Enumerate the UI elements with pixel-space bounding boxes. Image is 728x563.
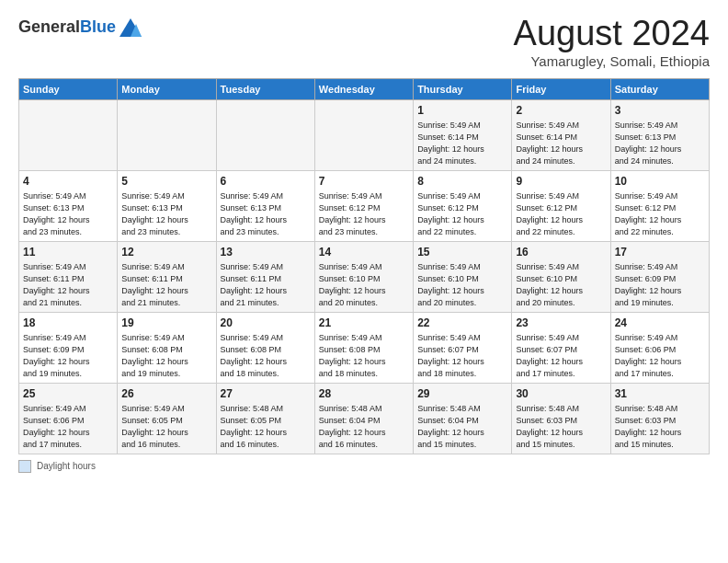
calendar-cell: 21Sunrise: 5:49 AM Sunset: 6:08 PM Dayli…	[314, 312, 413, 383]
weekday-header-tuesday: Tuesday	[216, 78, 314, 99]
day-info: Sunrise: 5:49 AM Sunset: 6:08 PM Dayligh…	[221, 333, 288, 378]
calendar-cell: 26Sunrise: 5:49 AM Sunset: 6:05 PM Dayli…	[118, 383, 216, 454]
weekday-header-wednesday: Wednesday	[314, 78, 413, 99]
day-info: Sunrise: 5:49 AM Sunset: 6:09 PM Dayligh…	[615, 262, 682, 307]
day-number: 20	[221, 316, 311, 331]
calendar-table: SundayMondayTuesdayWednesdayThursdayFrid…	[18, 78, 710, 454]
calendar-cell: 15Sunrise: 5:49 AM Sunset: 6:10 PM Dayli…	[414, 241, 512, 312]
weekday-header-sunday: Sunday	[19, 78, 118, 99]
day-number: 24	[615, 316, 705, 331]
day-info: Sunrise: 5:49 AM Sunset: 6:11 PM Dayligh…	[121, 262, 188, 307]
day-info: Sunrise: 5:49 AM Sunset: 6:13 PM Dayligh…	[615, 121, 682, 166]
day-info: Sunrise: 5:49 AM Sunset: 6:11 PM Dayligh…	[221, 262, 288, 307]
calendar-cell: 29Sunrise: 5:48 AM Sunset: 6:04 PM Dayli…	[414, 383, 512, 454]
day-info: Sunrise: 5:49 AM Sunset: 6:08 PM Dayligh…	[121, 333, 188, 378]
day-number: 30	[516, 386, 606, 402]
title-block: August 2024 Yamarugley, Somali, Ethiopia	[514, 15, 710, 69]
calendar-cell: 17Sunrise: 5:49 AM Sunset: 6:09 PM Dayli…	[610, 241, 709, 312]
month-title: August 2024	[514, 15, 710, 53]
calendar-cell: 31Sunrise: 5:48 AM Sunset: 6:03 PM Dayli…	[610, 383, 709, 454]
calendar-cell: 22Sunrise: 5:49 AM Sunset: 6:07 PM Dayli…	[414, 312, 512, 383]
day-number: 1	[417, 103, 507, 119]
day-number: 15	[417, 245, 507, 260]
calendar-cell: 4Sunrise: 5:49 AM Sunset: 6:13 PM Daylig…	[19, 170, 118, 241]
calendar-week-row: 18Sunrise: 5:49 AM Sunset: 6:09 PM Dayli…	[19, 312, 710, 383]
day-number: 29	[417, 386, 507, 402]
day-number: 21	[319, 316, 409, 331]
day-number: 26	[121, 386, 211, 402]
day-info: Sunrise: 5:49 AM Sunset: 6:09 PM Dayligh…	[23, 333, 90, 378]
day-info: Sunrise: 5:49 AM Sunset: 6:12 PM Dayligh…	[417, 191, 484, 236]
calendar-cell	[118, 99, 216, 170]
day-info: Sunrise: 5:48 AM Sunset: 6:05 PM Dayligh…	[221, 404, 288, 449]
logo-icon	[118, 15, 143, 40]
calendar-cell: 25Sunrise: 5:49 AM Sunset: 6:06 PM Dayli…	[19, 383, 118, 454]
day-number: 11	[23, 245, 113, 260]
day-info: Sunrise: 5:49 AM Sunset: 6:14 PM Dayligh…	[516, 121, 583, 166]
calendar-cell: 10Sunrise: 5:49 AM Sunset: 6:12 PM Dayli…	[610, 170, 709, 241]
location: Yamarugley, Somali, Ethiopia	[514, 53, 710, 69]
day-info: Sunrise: 5:49 AM Sunset: 6:10 PM Dayligh…	[417, 262, 484, 307]
day-info: Sunrise: 5:49 AM Sunset: 6:08 PM Dayligh…	[319, 333, 386, 378]
daylight-label: Daylight hours	[37, 461, 96, 471]
calendar-cell: 5Sunrise: 5:49 AM Sunset: 6:13 PM Daylig…	[118, 170, 216, 241]
day-info: Sunrise: 5:49 AM Sunset: 6:13 PM Dayligh…	[221, 191, 288, 236]
day-number: 16	[516, 245, 606, 260]
day-info: Sunrise: 5:49 AM Sunset: 6:10 PM Dayligh…	[516, 262, 583, 307]
day-number: 10	[615, 174, 705, 190]
logo-blue: Blue	[80, 17, 116, 36]
day-number: 7	[319, 174, 409, 190]
day-info: Sunrise: 5:48 AM Sunset: 6:04 PM Dayligh…	[319, 404, 386, 449]
day-number: 5	[121, 174, 211, 190]
day-number: 17	[615, 245, 705, 260]
day-number: 6	[221, 174, 311, 190]
calendar-cell: 28Sunrise: 5:48 AM Sunset: 6:04 PM Dayli…	[314, 383, 413, 454]
day-info: Sunrise: 5:49 AM Sunset: 6:12 PM Dayligh…	[615, 191, 682, 236]
calendar-cell: 1Sunrise: 5:49 AM Sunset: 6:14 PM Daylig…	[414, 99, 512, 170]
calendar-cell	[314, 99, 413, 170]
weekday-header-thursday: Thursday	[414, 78, 512, 99]
day-number: 12	[121, 245, 211, 260]
calendar-cell: 11Sunrise: 5:49 AM Sunset: 6:11 PM Dayli…	[19, 241, 118, 312]
day-info: Sunrise: 5:48 AM Sunset: 6:04 PM Dayligh…	[417, 404, 484, 449]
day-number: 28	[319, 386, 409, 402]
day-number: 9	[516, 174, 606, 190]
calendar-cell: 30Sunrise: 5:48 AM Sunset: 6:03 PM Dayli…	[512, 383, 610, 454]
day-info: Sunrise: 5:49 AM Sunset: 6:13 PM Dayligh…	[23, 191, 90, 236]
calendar-cell: 12Sunrise: 5:49 AM Sunset: 6:11 PM Dayli…	[118, 241, 216, 312]
calendar-cell: 24Sunrise: 5:49 AM Sunset: 6:06 PM Dayli…	[610, 312, 709, 383]
calendar-cell: 19Sunrise: 5:49 AM Sunset: 6:08 PM Dayli…	[118, 312, 216, 383]
calendar-week-row: 11Sunrise: 5:49 AM Sunset: 6:11 PM Dayli…	[19, 241, 710, 312]
calendar-cell: 23Sunrise: 5:49 AM Sunset: 6:07 PM Dayli…	[512, 312, 610, 383]
day-number: 22	[417, 316, 507, 331]
day-number: 14	[319, 245, 409, 260]
calendar-cell	[19, 99, 118, 170]
day-info: Sunrise: 5:49 AM Sunset: 6:07 PM Dayligh…	[417, 333, 484, 378]
weekday-header-monday: Monday	[118, 78, 216, 99]
calendar-cell: 18Sunrise: 5:49 AM Sunset: 6:09 PM Dayli…	[19, 312, 118, 383]
calendar-cell	[216, 99, 314, 170]
calendar-week-row: 4Sunrise: 5:49 AM Sunset: 6:13 PM Daylig…	[19, 170, 710, 241]
day-number: 27	[221, 386, 311, 402]
day-number: 13	[221, 245, 311, 260]
day-info: Sunrise: 5:48 AM Sunset: 6:03 PM Dayligh…	[516, 404, 583, 449]
day-info: Sunrise: 5:49 AM Sunset: 6:14 PM Dayligh…	[417, 121, 484, 166]
day-number: 25	[23, 386, 113, 402]
day-info: Sunrise: 5:49 AM Sunset: 6:10 PM Dayligh…	[319, 262, 386, 307]
calendar-cell: 7Sunrise: 5:49 AM Sunset: 6:12 PM Daylig…	[314, 170, 413, 241]
day-number: 8	[417, 174, 507, 190]
calendar-cell: 9Sunrise: 5:49 AM Sunset: 6:12 PM Daylig…	[512, 170, 610, 241]
day-info: Sunrise: 5:48 AM Sunset: 6:03 PM Dayligh…	[615, 404, 682, 449]
weekday-header-row: SundayMondayTuesdayWednesdayThursdayFrid…	[19, 78, 710, 99]
page: GeneralBlue August 2024 Yamarugley, Soma…	[0, 0, 728, 484]
day-number: 19	[121, 316, 211, 331]
calendar-cell: 6Sunrise: 5:49 AM Sunset: 6:13 PM Daylig…	[216, 170, 314, 241]
footer: Daylight hours	[18, 460, 710, 473]
calendar-cell: 13Sunrise: 5:49 AM Sunset: 6:11 PM Dayli…	[216, 241, 314, 312]
day-number: 3	[615, 103, 705, 119]
day-info: Sunrise: 5:49 AM Sunset: 6:05 PM Dayligh…	[121, 404, 188, 449]
weekday-header-saturday: Saturday	[610, 78, 709, 99]
day-number: 31	[615, 386, 705, 402]
daylight-legend-box	[18, 460, 31, 473]
calendar-cell: 16Sunrise: 5:49 AM Sunset: 6:10 PM Dayli…	[512, 241, 610, 312]
